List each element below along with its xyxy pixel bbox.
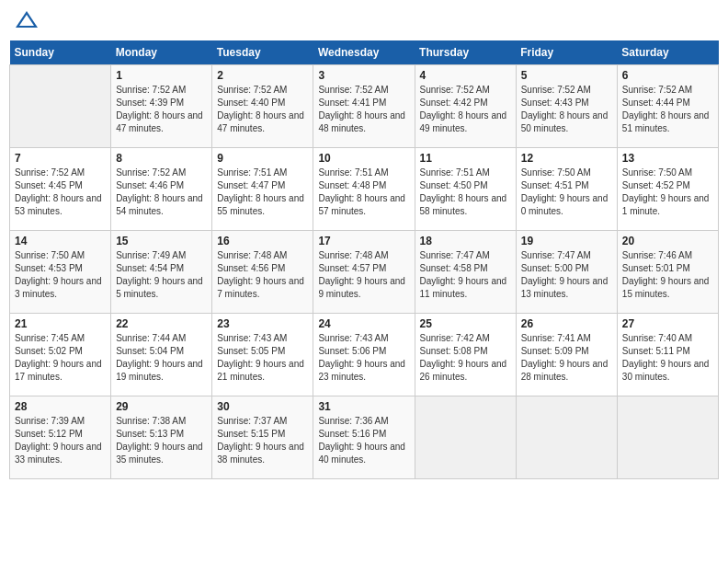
calendar-cell: 19Sunrise: 7:47 AMSunset: 5:00 PMDayligh… <box>516 231 617 314</box>
calendar-cell: 2Sunrise: 7:52 AMSunset: 4:40 PMDaylight… <box>212 65 313 148</box>
day-number: 16 <box>217 235 308 247</box>
week-row-4: 28Sunrise: 7:39 AMSunset: 5:12 PMDayligh… <box>10 396 719 479</box>
day-number: 22 <box>116 317 207 330</box>
calendar-cell <box>617 396 718 479</box>
calendar-cell: 4Sunrise: 7:52 AMSunset: 4:42 PMDaylight… <box>415 65 516 148</box>
calendar-cell: 15Sunrise: 7:49 AMSunset: 4:54 PMDayligh… <box>111 231 212 314</box>
week-row-3: 21Sunrise: 7:45 AMSunset: 5:02 PMDayligh… <box>10 314 719 396</box>
day-info: Sunrise: 7:48 AMSunset: 4:56 PMDaylight:… <box>217 249 308 301</box>
day-info: Sunrise: 7:52 AMSunset: 4:40 PMDaylight:… <box>217 84 308 135</box>
day-info: Sunrise: 7:50 AMSunset: 4:51 PMDaylight:… <box>521 167 612 218</box>
header-day-tuesday: Tuesday <box>212 40 313 65</box>
page-header <box>9 9 719 31</box>
week-row-1: 7Sunrise: 7:52 AMSunset: 4:45 PMDaylight… <box>10 148 719 231</box>
day-info: Sunrise: 7:52 AMSunset: 4:41 PMDaylight:… <box>318 84 409 135</box>
day-info: Sunrise: 7:47 AMSunset: 5:00 PMDaylight:… <box>521 249 612 301</box>
calendar-cell: 1Sunrise: 7:52 AMSunset: 4:39 PMDaylight… <box>111 65 212 148</box>
day-number: 28 <box>15 400 106 413</box>
day-number: 21 <box>15 317 106 330</box>
day-number: 23 <box>217 317 308 330</box>
header-day-friday: Friday <box>516 40 617 65</box>
calendar-cell: 5Sunrise: 7:52 AMSunset: 4:43 PMDaylight… <box>516 65 617 148</box>
day-number: 10 <box>318 152 409 165</box>
calendar-cell: 27Sunrise: 7:40 AMSunset: 5:11 PMDayligh… <box>617 314 718 396</box>
calendar-cell: 20Sunrise: 7:46 AMSunset: 5:01 PMDayligh… <box>617 231 718 314</box>
day-number: 15 <box>116 235 207 247</box>
day-info: Sunrise: 7:50 AMSunset: 4:53 PMDaylight:… <box>15 249 106 301</box>
day-info: Sunrise: 7:51 AMSunset: 4:47 PMDaylight:… <box>217 167 308 218</box>
day-number: 14 <box>15 235 106 247</box>
calendar-cell: 12Sunrise: 7:50 AMSunset: 4:51 PMDayligh… <box>516 148 617 231</box>
day-info: Sunrise: 7:43 AMSunset: 5:05 PMDaylight:… <box>217 332 308 384</box>
header-day-saturday: Saturday <box>617 40 718 65</box>
day-info: Sunrise: 7:46 AMSunset: 5:01 PMDaylight:… <box>622 249 713 301</box>
day-number: 2 <box>217 69 308 82</box>
day-number: 30 <box>217 400 308 413</box>
day-number: 17 <box>318 235 409 247</box>
day-number: 27 <box>622 317 713 330</box>
day-info: Sunrise: 7:49 AMSunset: 4:54 PMDaylight:… <box>116 249 207 301</box>
calendar-cell: 31Sunrise: 7:36 AMSunset: 5:16 PMDayligh… <box>313 396 415 479</box>
calendar-cell: 24Sunrise: 7:43 AMSunset: 5:06 PMDayligh… <box>313 314 415 396</box>
day-number: 24 <box>318 317 409 330</box>
calendar-cell: 30Sunrise: 7:37 AMSunset: 5:15 PMDayligh… <box>212 396 313 479</box>
calendar-cell <box>10 65 111 148</box>
day-number: 12 <box>521 152 612 165</box>
calendar-cell: 18Sunrise: 7:47 AMSunset: 4:58 PMDayligh… <box>415 231 516 314</box>
day-number: 20 <box>622 235 713 247</box>
calendar-cell: 22Sunrise: 7:44 AMSunset: 5:04 PMDayligh… <box>111 314 212 396</box>
calendar-cell: 10Sunrise: 7:51 AMSunset: 4:48 PMDayligh… <box>313 148 415 231</box>
calendar-cell: 21Sunrise: 7:45 AMSunset: 5:02 PMDayligh… <box>10 314 111 396</box>
day-number: 1 <box>116 69 207 82</box>
logo <box>14 9 43 31</box>
calendar-cell: 16Sunrise: 7:48 AMSunset: 4:56 PMDayligh… <box>212 231 313 314</box>
day-info: Sunrise: 7:42 AMSunset: 5:08 PMDaylight:… <box>420 332 511 384</box>
day-info: Sunrise: 7:44 AMSunset: 5:04 PMDaylight:… <box>116 332 207 384</box>
week-row-2: 14Sunrise: 7:50 AMSunset: 4:53 PMDayligh… <box>10 231 719 314</box>
calendar-cell: 28Sunrise: 7:39 AMSunset: 5:12 PMDayligh… <box>10 396 111 479</box>
calendar-cell: 25Sunrise: 7:42 AMSunset: 5:08 PMDayligh… <box>415 314 516 396</box>
day-info: Sunrise: 7:48 AMSunset: 4:57 PMDaylight:… <box>318 249 409 301</box>
calendar-cell: 7Sunrise: 7:52 AMSunset: 4:45 PMDaylight… <box>10 148 111 231</box>
day-info: Sunrise: 7:43 AMSunset: 5:06 PMDaylight:… <box>318 332 409 384</box>
day-number: 8 <box>116 152 207 165</box>
header-day-thursday: Thursday <box>415 40 516 65</box>
day-number: 13 <box>622 152 713 165</box>
calendar-cell <box>415 396 516 479</box>
day-number: 26 <box>521 317 612 330</box>
day-number: 4 <box>420 69 511 82</box>
day-number: 18 <box>420 235 511 247</box>
calendar-cell: 3Sunrise: 7:52 AMSunset: 4:41 PMDaylight… <box>313 65 415 148</box>
day-info: Sunrise: 7:39 AMSunset: 5:12 PMDaylight:… <box>15 415 106 466</box>
logo-icon <box>14 9 40 31</box>
day-number: 6 <box>622 69 713 82</box>
day-info: Sunrise: 7:36 AMSunset: 5:16 PMDaylight:… <box>318 415 409 466</box>
calendar-cell: 17Sunrise: 7:48 AMSunset: 4:57 PMDayligh… <box>313 231 415 314</box>
day-info: Sunrise: 7:50 AMSunset: 4:52 PMDaylight:… <box>622 167 713 218</box>
day-info: Sunrise: 7:37 AMSunset: 5:15 PMDaylight:… <box>217 415 308 466</box>
header-day-monday: Monday <box>111 40 212 65</box>
calendar-body: 1Sunrise: 7:52 AMSunset: 4:39 PMDaylight… <box>10 65 719 479</box>
calendar-header: SundayMondayTuesdayWednesdayThursdayFrid… <box>10 40 719 65</box>
calendar-cell: 29Sunrise: 7:38 AMSunset: 5:13 PMDayligh… <box>111 396 212 479</box>
calendar-cell: 6Sunrise: 7:52 AMSunset: 4:44 PMDaylight… <box>617 65 718 148</box>
calendar-cell <box>516 396 617 479</box>
day-number: 9 <box>217 152 308 165</box>
calendar-cell: 26Sunrise: 7:41 AMSunset: 5:09 PMDayligh… <box>516 314 617 396</box>
day-info: Sunrise: 7:52 AMSunset: 4:46 PMDaylight:… <box>116 167 207 218</box>
day-number: 3 <box>318 69 409 82</box>
week-row-0: 1Sunrise: 7:52 AMSunset: 4:39 PMDaylight… <box>10 65 719 148</box>
day-number: 25 <box>420 317 511 330</box>
day-number: 5 <box>521 69 612 82</box>
calendar-cell: 14Sunrise: 7:50 AMSunset: 4:53 PMDayligh… <box>10 231 111 314</box>
day-number: 7 <box>15 152 106 165</box>
calendar-cell: 9Sunrise: 7:51 AMSunset: 4:47 PMDaylight… <box>212 148 313 231</box>
day-number: 29 <box>116 400 207 413</box>
day-number: 11 <box>420 152 511 165</box>
day-info: Sunrise: 7:51 AMSunset: 4:50 PMDaylight:… <box>420 167 511 218</box>
day-info: Sunrise: 7:38 AMSunset: 5:13 PMDaylight:… <box>116 415 207 466</box>
day-number: 31 <box>318 400 409 413</box>
header-day-wednesday: Wednesday <box>313 40 415 65</box>
day-info: Sunrise: 7:52 AMSunset: 4:39 PMDaylight:… <box>116 84 207 135</box>
day-info: Sunrise: 7:40 AMSunset: 5:11 PMDaylight:… <box>622 332 713 384</box>
